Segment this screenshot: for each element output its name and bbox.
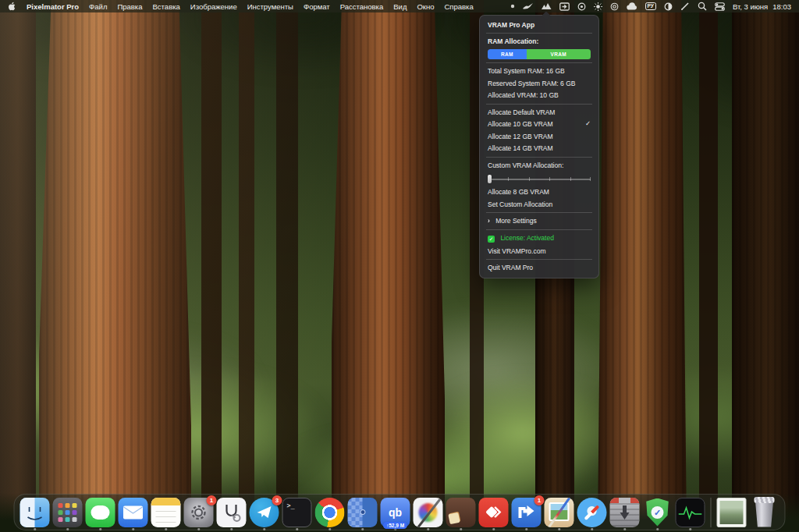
- menu-insert[interactable]: Вставка: [153, 2, 180, 11]
- slider-tick: [570, 177, 571, 181]
- dock-item-finder[interactable]: [20, 498, 50, 527]
- display-arrow-icon[interactable]: [559, 2, 570, 11]
- dock-item-terminal[interactable]: >_: [282, 498, 312, 527]
- slider-tick: [529, 177, 530, 181]
- vram-slider-thumb[interactable]: [488, 175, 492, 183]
- allocate-14gb-vram[interactable]: Allocate 14 GB VRAM: [480, 143, 598, 155]
- menu-separator: [486, 229, 592, 230]
- dock-item-image-file[interactable]: [717, 498, 747, 527]
- slider-track[interactable]: [488, 179, 591, 180]
- menu-image[interactable]: Изображение: [190, 2, 237, 11]
- ram-vram-segmented-bar[interactable]: RAM VRAM: [488, 49, 591, 59]
- sun-icon[interactable]: [594, 2, 602, 11]
- at-icon[interactable]: [610, 2, 619, 11]
- menu-separator: [486, 33, 592, 34]
- menu-window[interactable]: Окно: [417, 2, 434, 11]
- sunbeam: [0, 0, 799, 532]
- bird-icon[interactable]: [523, 2, 534, 10]
- red-chevrons-app-icon: [479, 498, 509, 527]
- dock-item-mail[interactable]: [119, 498, 148, 527]
- control-center-icon[interactable]: [715, 2, 725, 11]
- mountains-icon[interactable]: [542, 2, 552, 10]
- contrast-icon[interactable]: [664, 2, 673, 11]
- vram-pro-dot-icon[interactable]: [510, 4, 515, 9]
- menu-format[interactable]: Формат: [304, 2, 330, 11]
- spotlight-icon[interactable]: [698, 2, 707, 11]
- finder-icon: [20, 498, 50, 527]
- dock-item-messages[interactable]: [86, 498, 115, 527]
- menu-separator: [486, 212, 592, 213]
- target-icon[interactable]: [577, 2, 586, 11]
- set-custom-allocation[interactable]: Set Custom Allocation: [480, 198, 598, 211]
- ram-allocation-label: RAM Allocation:: [480, 36, 598, 48]
- allocate-10gb-label: Allocate 10 GB VRAM: [488, 120, 553, 128]
- dock-item-pixelmator-pro[interactable]: [414, 498, 443, 527]
- notes-icon: [151, 498, 181, 527]
- allocate-10gb-vram[interactable]: Allocate 10 GB VRAM ✓: [480, 119, 598, 131]
- dock-item-brown-app[interactable]: [446, 498, 476, 527]
- safari-icon: [577, 498, 607, 527]
- menu-bar-clock[interactable]: Вт, 3 июня 18:03: [733, 2, 791, 11]
- dock-item-notes[interactable]: [151, 498, 181, 527]
- dock-item-launchpad[interactable]: [53, 498, 83, 527]
- menu-edit[interactable]: Правка: [117, 2, 142, 11]
- menu-help[interactable]: Справка: [445, 2, 474, 11]
- more-settings[interactable]: › More Settings: [480, 215, 598, 228]
- shield-check-app-icon: ✓: [643, 498, 673, 527]
- terminal-icon: >_: [282, 498, 312, 527]
- slider-tick: [590, 177, 591, 181]
- cloud-icon[interactable]: [627, 2, 637, 10]
- apple-menu[interactable]: [8, 2, 16, 11]
- paint-picture-app-icon: [545, 498, 574, 527]
- allocate-default-vram[interactable]: Allocate Default VRAM: [480, 106, 598, 119]
- input-source-badge[interactable]: РУ: [645, 2, 656, 10]
- menu-arrange[interactable]: Расстановка: [340, 2, 384, 11]
- dock-item-activity-monitor-app[interactable]: [676, 498, 705, 527]
- reserved-system-ram: Reserved System RAM: 6 GB: [480, 77, 598, 90]
- dock-item-paint-picture-app[interactable]: [545, 498, 574, 527]
- dock-item-shield-check-app[interactable]: ✓: [643, 498, 673, 527]
- dock-item-stethoscope-app[interactable]: [217, 498, 247, 527]
- menu-tools[interactable]: Инструменты: [247, 2, 293, 11]
- quit-vram-pro[interactable]: Quit VRAM Pro: [480, 262, 598, 275]
- pencil-icon[interactable]: [680, 2, 690, 11]
- share-app-notification-badge: 1: [534, 495, 545, 505]
- menu-file[interactable]: Файл: [89, 2, 107, 11]
- visit-vrampro[interactable]: Visit VRAMPro.com: [480, 245, 598, 257]
- clock-time: 18:03: [772, 2, 791, 11]
- messages-icon: [86, 498, 115, 527]
- allocate-12gb-vram[interactable]: Allocate 12 GB VRAM: [480, 130, 598, 143]
- more-settings-label: More Settings: [495, 217, 536, 225]
- desktop-wallpaper: [0, 0, 799, 532]
- allocate-8gb-vram[interactable]: Allocate 8 GB VRAM: [480, 186, 598, 199]
- license-status: ✓ License: Activated: [480, 232, 598, 245]
- telegram-notification-badge: 3: [272, 495, 282, 505]
- dock-item-chrome[interactable]: [315, 498, 345, 527]
- slider-tick: [549, 177, 550, 181]
- dock-item-telegram[interactable]: 3: [250, 498, 279, 527]
- ram-segment[interactable]: RAM: [488, 49, 527, 59]
- checker-split-app-icon: [348, 498, 378, 527]
- dock-item-blue-share-app[interactable]: 1: [512, 498, 542, 527]
- vram-pro-menu: VRAM Pro App RAM Allocation: RAM VRAM To…: [479, 15, 599, 278]
- dock-item-checker-split-app[interactable]: [348, 498, 378, 527]
- dock-item-system-settings[interactable]: 1: [184, 498, 214, 527]
- menu-separator: [486, 259, 592, 260]
- dock-item-safari[interactable]: [577, 498, 607, 527]
- dock-item-download-crate-app[interactable]: [610, 498, 640, 527]
- trash-full-icon: [750, 498, 779, 527]
- vram-segment[interactable]: VRAM: [527, 49, 591, 59]
- custom-vram-slider[interactable]: [488, 175, 591, 184]
- dock-item-red-chevrons-app[interactable]: [479, 498, 509, 527]
- custom-vram-allocation-label: Custom VRAM Allocation:: [480, 159, 598, 172]
- chevron-right-icon: ›: [488, 218, 490, 225]
- launchpad-icon: [53, 498, 83, 527]
- license-status-label: License: Activated: [500, 234, 554, 242]
- dock-item-trash[interactable]: [750, 498, 779, 527]
- dock-item-qbittorrent[interactable]: qb ↑52,9 M: [381, 498, 410, 527]
- shield-checkmark: ✓: [652, 506, 664, 519]
- menu-app-name[interactable]: Pixelmator Pro: [27, 2, 79, 11]
- mail-icon: [119, 498, 148, 527]
- menu-separator: [486, 104, 592, 105]
- menu-view[interactable]: Вид: [393, 2, 407, 11]
